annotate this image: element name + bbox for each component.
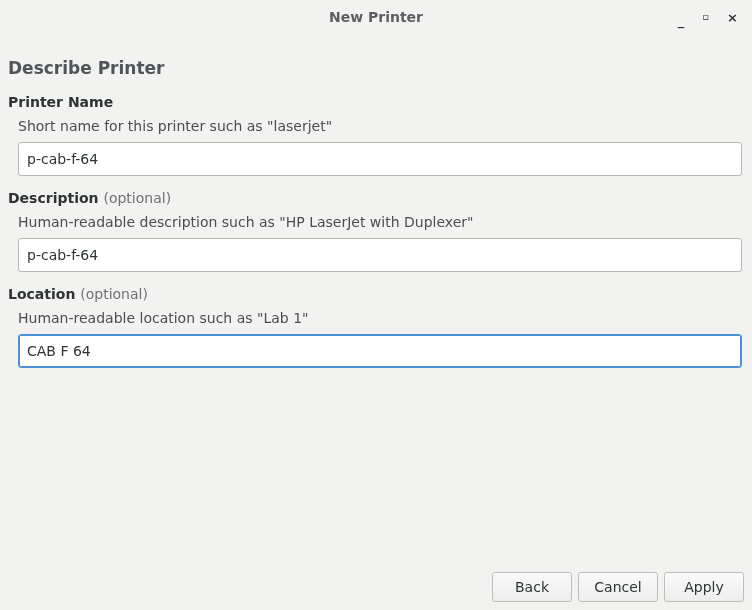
printer-name-block: Printer Name Short name for this printer…	[8, 94, 744, 176]
location-label-text: Location	[8, 286, 75, 302]
description-label: Description (optional)	[8, 190, 744, 206]
description-block: Description (optional) Human-readable de…	[8, 190, 744, 272]
location-block: Location (optional) Human-readable locat…	[8, 286, 744, 368]
page-title: Describe Printer	[8, 58, 744, 78]
content-area: Describe Printer Printer Name Short name…	[0, 34, 752, 564]
location-hint: Human-readable location such as "Lab 1"	[18, 310, 744, 326]
location-input[interactable]	[18, 334, 742, 368]
window-title: New Printer	[0, 9, 752, 25]
footer: Back Cancel Apply	[0, 564, 752, 610]
titlebar: New Printer _ ▫ ×	[0, 0, 752, 34]
location-label: Location (optional)	[8, 286, 744, 302]
maximize-icon[interactable]: ▫	[702, 12, 709, 22]
description-optional: (optional)	[103, 190, 171, 206]
printer-name-hint: Short name for this printer such as "las…	[18, 118, 744, 134]
description-hint: Human-readable description such as "HP L…	[18, 214, 744, 230]
description-label-text: Description	[8, 190, 99, 206]
location-optional: (optional)	[80, 286, 148, 302]
cancel-button[interactable]: Cancel	[578, 572, 658, 602]
window-controls: _ ▫ ×	[678, 11, 742, 24]
printer-name-label: Printer Name	[8, 94, 744, 110]
close-icon[interactable]: ×	[727, 11, 738, 24]
printer-name-input[interactable]	[18, 142, 742, 176]
apply-button[interactable]: Apply	[664, 572, 744, 602]
minimize-icon[interactable]: _	[678, 14, 685, 27]
back-button[interactable]: Back	[492, 572, 572, 602]
description-input[interactable]	[18, 238, 742, 272]
